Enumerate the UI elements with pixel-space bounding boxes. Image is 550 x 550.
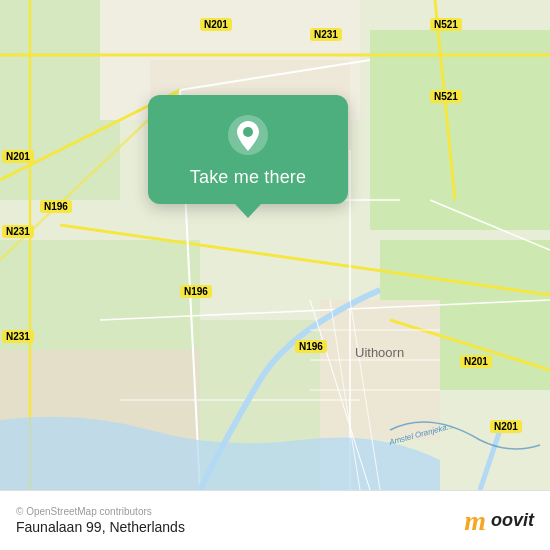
svg-point-32 [243,127,253,137]
road-label-n201-bot-right: N201 [460,355,492,368]
road-label-n196-center: N196 [180,285,212,298]
map-container: Amstel Oranjeka... N201 N231 N521 N521 N… [0,0,550,490]
road-label-n521-mid: N521 [430,90,462,103]
location-pin-icon [226,113,270,157]
location-label: Faunalaan 99, Netherlands [16,519,185,535]
attribution-text: © OpenStreetMap contributors [16,506,185,517]
bottom-bar: © OpenStreetMap contributors Faunalaan 9… [0,490,550,550]
road-label-n196-bot: N196 [295,340,327,353]
road-label-n201-top: N201 [200,18,232,31]
road-label-n196-left: N196 [40,200,72,213]
road-label-n521-top: N521 [430,18,462,31]
road-label-n231-top: N231 [310,28,342,41]
moovit-wordmark: oovit [491,510,534,531]
moovit-m-letter: m [464,507,486,535]
road-label-n201-far-right: N201 [490,420,522,433]
popup-label: Take me there [190,167,306,188]
road-label-n231-mid: N231 [2,225,34,238]
svg-rect-8 [320,300,440,440]
road-label-n201-left: N201 [2,150,34,163]
city-label-uithoorn: Uithoorn [355,345,404,360]
road-label-n231-bot: N231 [2,330,34,343]
map-background: Amstel Oranjeka... [0,0,550,490]
moovit-logo: m oovit [464,507,534,535]
map-popup[interactable]: Take me there [148,95,348,204]
